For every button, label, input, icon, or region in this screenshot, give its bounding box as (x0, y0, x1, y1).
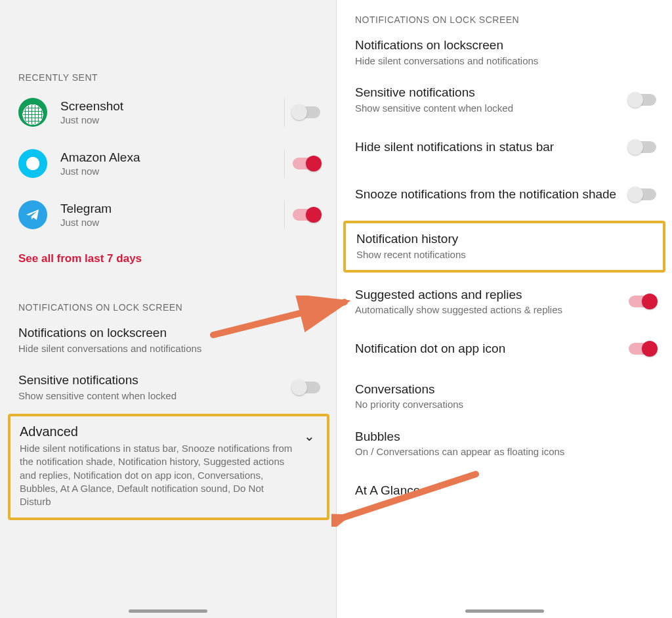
gesture-nav-bar[interactable] (129, 609, 207, 613)
row-title: At A Glance (355, 483, 654, 498)
row-title: Snooze notifications from the notificati… (355, 187, 622, 202)
row-title: Sensitive notifications (355, 85, 622, 100)
app-sub: Just now (60, 166, 282, 177)
app-title: Amazon Alexa (60, 150, 282, 165)
notification-dot-row[interactable]: Notification dot on app icon (337, 325, 672, 372)
app-toggle-telegram[interactable] (293, 209, 320, 221)
row-title: Notification dot on app icon (355, 341, 622, 357)
sensitive-notifications-left[interactable]: Sensitive notifications Show sensitive c… (0, 364, 336, 411)
row-title: Sensitive notifications (18, 372, 286, 388)
hide-silent-row[interactable]: Hide silent notifications in status bar (337, 123, 672, 171)
advanced-block[interactable]: Advanced Hide silent notifications in st… (8, 414, 329, 520)
row-title: Notifications on lockscreen (18, 325, 318, 341)
separator (284, 200, 285, 229)
advanced-title: Advanced (20, 424, 319, 439)
sensitive-toggle-right[interactable] (629, 94, 656, 106)
dot-toggle[interactable] (629, 343, 656, 355)
separator (284, 98, 285, 127)
app-sub: Just now (60, 217, 282, 228)
screenshot-app-icon (18, 98, 47, 127)
row-title: Conversations (355, 382, 654, 397)
row-sub: On / Conversations can appear as floatin… (355, 445, 654, 458)
row-sub: Hide silent conversations and notificati… (355, 55, 654, 68)
advanced-sub: Hide silent notifications in status bar,… (20, 442, 295, 508)
sensitive-toggle-left[interactable] (293, 382, 320, 393)
separator (284, 149, 285, 178)
snooze-row[interactable]: Snooze notifications from the notificati… (337, 171, 672, 218)
row-title: Hide silent notifications in status bar (355, 139, 622, 155)
row-sub: Hide silent conversations and notificati… (18, 342, 318, 355)
row-sub: Show sensitive content when locked (355, 102, 622, 115)
row-title: Notifications on lockscreen (355, 37, 654, 53)
app-toggle-screenshot[interactable] (293, 106, 320, 118)
app-title: Telegram (60, 202, 282, 216)
alexa-app-icon (18, 149, 47, 178)
at-a-glance-row[interactable]: At A Glance (337, 467, 672, 514)
app-title: Screenshot (60, 99, 282, 114)
row-sub: Automatically show suggested actions & r… (355, 303, 622, 317)
lock-screen-header-right: NOTIFICATIONS ON LOCK SCREEN (337, 8, 672, 29)
left-panel: RECENTLY SENT Screenshot Just now Amazon… (0, 0, 336, 618)
app-row-screenshot[interactable]: Screenshot Just now (0, 87, 336, 138)
telegram-app-icon (18, 200, 47, 229)
see-all-link[interactable]: See all from last 7 days (0, 240, 336, 280)
app-toggle-alexa[interactable] (293, 158, 320, 169)
hide-silent-toggle[interactable] (629, 141, 656, 153)
snooze-toggle[interactable] (629, 188, 656, 200)
row-title: Bubbles (355, 429, 654, 445)
app-sub: Just now (60, 114, 282, 125)
row-title: Notification history (356, 231, 647, 247)
row-sub: No priority conversations (355, 398, 654, 411)
lock-screen-header-left: NOTIFICATIONS ON LOCK SCREEN (0, 296, 336, 317)
row-sub: Show sensitive content when locked (18, 389, 286, 403)
right-panel: NOTIFICATIONS ON LOCK SCREEN Notificatio… (336, 0, 672, 618)
notifications-on-lockscreen-left[interactable]: Notifications on lockscreen Hide silent … (0, 317, 336, 364)
bubbles-row[interactable]: Bubbles On / Conversations can appear as… (337, 420, 672, 467)
suggested-actions-row[interactable]: Suggested actions and replies Automatica… (337, 278, 672, 325)
notifications-on-lockscreen-right[interactable]: Notifications on lockscreen Hide silent … (337, 29, 672, 76)
row-title: Suggested actions and replies (355, 287, 622, 303)
app-row-alexa[interactable]: Amazon Alexa Just now (0, 138, 336, 189)
suggested-toggle[interactable] (629, 296, 656, 307)
conversations-row[interactable]: Conversations No priority conversations (337, 372, 672, 420)
sensitive-notifications-right[interactable]: Sensitive notifications Show sensitive c… (337, 76, 672, 123)
gesture-nav-bar[interactable] (465, 609, 544, 613)
notification-history-row[interactable]: Notification history Show recent notific… (343, 221, 665, 273)
recently-sent-header: RECENTLY SENT (0, 66, 336, 87)
row-sub: Show recent notifications (356, 248, 647, 261)
app-row-telegram[interactable]: Telegram Just now (0, 189, 336, 240)
chevron-down-icon: ⌄ (304, 428, 315, 444)
